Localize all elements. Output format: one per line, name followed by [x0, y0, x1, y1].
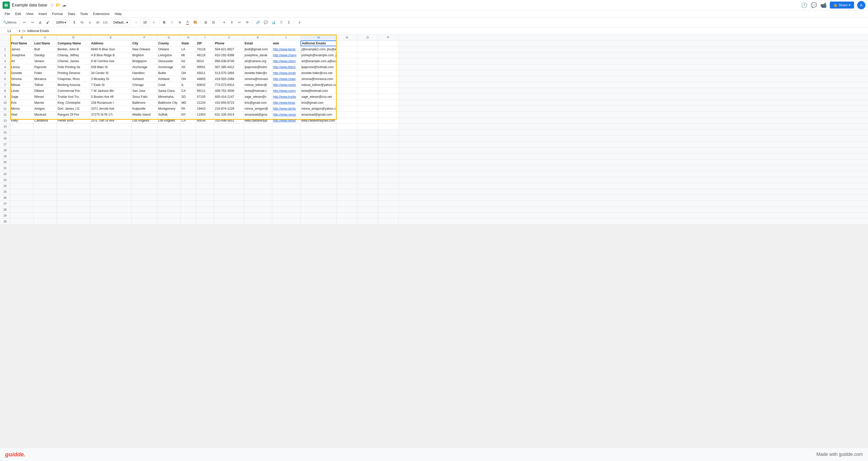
cell[interactable]: http://www.chapi [272, 76, 301, 82]
share-button[interactable]: 🔒 Share ▾ [830, 2, 854, 8]
cell[interactable]: SD [181, 94, 196, 100]
cell[interactable]: Morasca [34, 76, 57, 82]
cell[interactable] [181, 153, 196, 159]
cell[interactable]: http://www.dorlja [272, 106, 301, 112]
cell[interactable] [301, 177, 337, 183]
cell[interactable]: Phone [214, 40, 244, 46]
cell[interactable] [181, 177, 196, 183]
col-header-J[interactable]: J [214, 35, 244, 40]
cell[interactable] [132, 213, 157, 218]
undo-btn[interactable]: ↩ [21, 19, 28, 26]
cell[interactable]: jbutt@gmail.com [244, 47, 272, 52]
cell[interactable] [358, 106, 378, 112]
cloud-icon[interactable]: ☁ [62, 3, 66, 7]
chart-btn[interactable]: 📊 [270, 19, 277, 26]
cell[interactable]: minna_amigon@ [244, 106, 272, 112]
cell[interactable]: Ashland [132, 76, 157, 82]
cell[interactable] [10, 124, 34, 129]
cell[interactable] [301, 201, 337, 207]
cell[interactable]: 631-335-3414 [214, 112, 244, 118]
cell[interactable] [301, 147, 337, 153]
cell[interactable]: 513-570-1893 [214, 70, 244, 76]
wrap-btn[interactable]: ↵ [236, 19, 243, 26]
cell[interactable] [90, 195, 132, 201]
cell[interactable] [157, 159, 181, 165]
cell[interactable]: Marrier [34, 100, 57, 105]
cell[interactable]: Commercial Pre: [57, 88, 90, 94]
cell[interactable]: Baltimore City [157, 100, 181, 105]
cell[interactable]: Tollner [34, 82, 57, 88]
cell[interactable] [181, 124, 196, 129]
cell[interactable] [378, 135, 399, 141]
cell[interactable]: 48116 [196, 52, 214, 58]
menu-data[interactable]: Data [66, 11, 77, 16]
cell[interactable] [57, 124, 90, 129]
cell[interactable] [378, 76, 399, 82]
cell[interactable]: Kiley [10, 118, 34, 123]
redo-btn[interactable]: ↪ [29, 19, 36, 26]
cell[interactable] [132, 201, 157, 207]
cell[interactable] [10, 207, 34, 212]
cell[interactable] [57, 142, 90, 147]
italic-btn[interactable]: I [168, 19, 176, 26]
cell[interactable] [378, 201, 399, 207]
cell[interactable] [358, 88, 378, 94]
cell[interactable]: Wieser [34, 94, 57, 100]
col-header-G[interactable]: G [157, 35, 181, 40]
cell[interactable] [358, 64, 378, 70]
cell[interactable] [196, 183, 214, 189]
cell[interactable]: Montgomery [157, 106, 181, 112]
cell[interactable]: web [272, 40, 301, 46]
cell[interactable] [57, 153, 90, 159]
cell[interactable] [181, 130, 196, 135]
cell[interactable] [181, 183, 196, 189]
cell[interactable]: Baltimore [132, 100, 157, 105]
cell[interactable] [57, 189, 90, 195]
cell[interactable] [157, 195, 181, 201]
cell[interactable] [157, 171, 181, 177]
text-color-btn[interactable]: A [184, 19, 191, 26]
cell[interactable]: kiley.caldarera@aol.com [301, 118, 337, 123]
cell[interactable] [34, 219, 57, 224]
cell[interactable] [214, 213, 244, 218]
cell[interactable]: 3 Mcauley Dr [90, 76, 132, 82]
cell[interactable] [337, 76, 358, 82]
cell[interactable] [214, 153, 244, 159]
cell[interactable] [181, 135, 196, 141]
cell[interactable] [34, 147, 57, 153]
cell[interactable]: Feiner Bros [57, 118, 90, 123]
cell[interactable]: http://www.feiner [272, 118, 301, 123]
cell[interactable]: http://www.kingc [272, 100, 301, 105]
font-size-decrease-btn[interactable]: − [133, 19, 140, 26]
cell[interactable] [34, 207, 57, 212]
cell[interactable]: Foller [34, 70, 57, 76]
percent-btn[interactable]: % [79, 19, 86, 26]
cell[interactable]: 605-414-2147 [214, 94, 244, 100]
cell[interactable] [272, 165, 301, 171]
cell[interactable] [358, 165, 378, 171]
cell[interactable]: Venere [34, 58, 57, 64]
cell[interactable] [90, 177, 132, 183]
cell[interactable] [378, 147, 399, 153]
cell[interactable] [244, 165, 272, 171]
cell[interactable]: minna_amigon@yahoo.com [301, 106, 337, 112]
cell[interactable] [10, 189, 34, 195]
cell[interactable]: 19443 [196, 106, 214, 112]
cell[interactable]: New Orleans [132, 47, 157, 52]
cell[interactable] [337, 201, 358, 207]
cell[interactable] [181, 171, 196, 177]
col-header-K[interactable]: K [244, 35, 272, 40]
cell[interactable]: Maclead [34, 112, 57, 118]
cell[interactable]: kiley.caldarera@ [244, 118, 272, 123]
cell[interactable]: CA [181, 118, 196, 123]
cell[interactable] [244, 135, 272, 141]
cell[interactable]: Amigon [34, 106, 57, 112]
star-icon[interactable]: ☆ [50, 3, 54, 7]
cell[interactable]: CA [181, 88, 196, 94]
cell[interactable] [337, 165, 358, 171]
cell[interactable] [57, 177, 90, 183]
cell[interactable]: Kris [10, 100, 34, 105]
cell[interactable]: 8 W Cerritos Ave [90, 58, 132, 64]
cell[interactable]: Email [244, 40, 272, 46]
cell[interactable] [132, 195, 157, 201]
